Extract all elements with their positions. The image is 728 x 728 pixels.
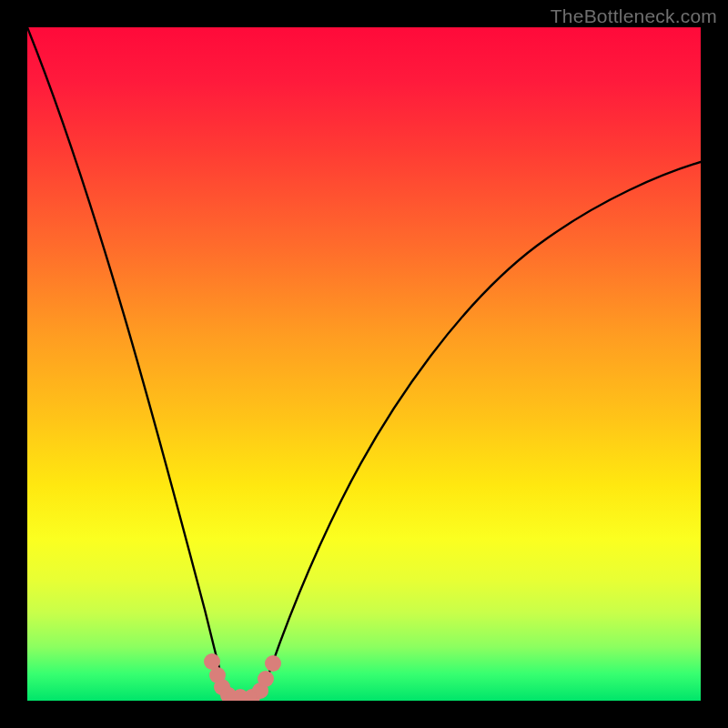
min-dot xyxy=(258,671,274,687)
chart-stage: TheBottleneck.com xyxy=(0,0,728,728)
min-bridge xyxy=(226,692,257,701)
curve-right-branch xyxy=(262,162,701,693)
watermark-text: TheBottleneck.com xyxy=(551,5,717,27)
plot-area xyxy=(27,27,701,701)
bottleneck-curve xyxy=(27,27,701,701)
curve-left-branch xyxy=(27,27,226,692)
min-dot xyxy=(265,655,281,672)
minimum-marker-cluster xyxy=(204,653,281,701)
